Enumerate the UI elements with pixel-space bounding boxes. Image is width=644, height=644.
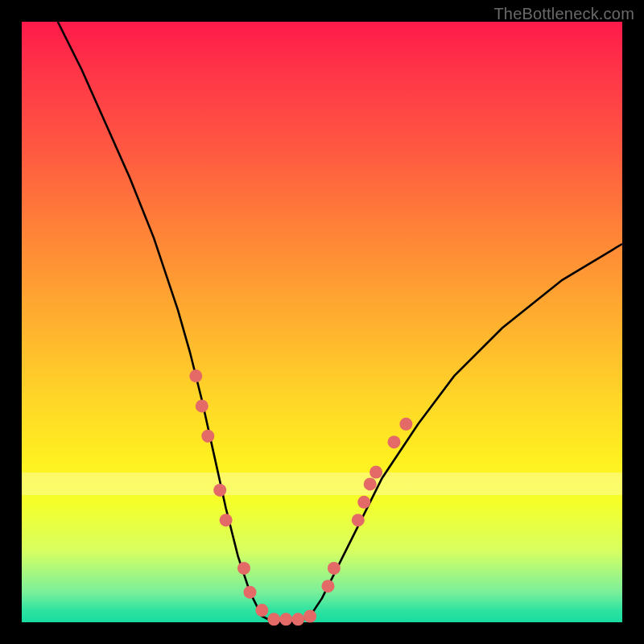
curve-marker <box>291 613 304 625</box>
chart-plot-area <box>22 22 622 622</box>
curve-marker <box>303 610 316 623</box>
curve-marker <box>328 562 341 575</box>
chart-svg <box>22 22 622 622</box>
curve-marker <box>399 418 412 431</box>
chart-frame: TheBottleneck.com <box>0 0 644 644</box>
curve-marker <box>388 436 401 448</box>
curve-marker <box>237 562 250 575</box>
curve-marker <box>196 399 208 412</box>
curve-marker <box>201 430 214 443</box>
curve-marker <box>364 477 377 490</box>
bottleneck-curve <box>58 22 622 622</box>
curve-marker <box>244 586 257 599</box>
watermark-text: TheBottleneck.com <box>493 5 634 23</box>
curve-marker <box>322 580 335 592</box>
curve-marker <box>220 514 233 526</box>
curve-marker <box>213 484 226 497</box>
curve-marker <box>369 466 382 479</box>
curve-marker <box>189 369 202 382</box>
curve-marker <box>357 496 370 509</box>
curve-marker <box>267 613 280 625</box>
curve-marker <box>279 613 292 625</box>
curve-marker <box>255 604 268 617</box>
curve-marker <box>352 514 365 526</box>
